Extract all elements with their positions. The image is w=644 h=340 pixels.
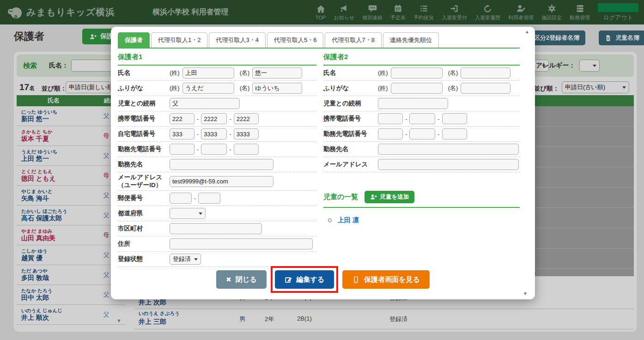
smartphone-icon	[352, 276, 360, 284]
tab-proxy-7-8[interactable]: 代理引取人7・8	[325, 32, 381, 48]
g2-workname-input[interactable]	[378, 144, 519, 155]
edit-button[interactable]: 編集する	[275, 270, 334, 289]
modal-footer: ✖ 閉じる 編集する 保護者画面を見る	[111, 266, 535, 293]
highlight-annotation: 編集する	[271, 266, 339, 293]
g2-mobile1-input[interactable]	[378, 113, 403, 124]
form-row-name: 氏名 (姓) (名)	[323, 66, 520, 81]
form-row-address: 住所	[118, 237, 316, 252]
guardian1-heading: 保護者1	[118, 53, 316, 66]
g2-workphone3-input[interactable]	[442, 128, 467, 140]
g2-name-mei-input[interactable]	[461, 67, 510, 79]
g1-home3-input[interactable]	[234, 128, 259, 140]
tab-contact-priority[interactable]: 連絡先優先順位	[383, 32, 439, 48]
user-plus-icon	[370, 194, 377, 200]
g1-workphone2-input[interactable]	[201, 144, 227, 155]
add-child-button[interactable]: 児童を追加	[365, 191, 414, 203]
g1-city-input[interactable]	[170, 223, 262, 234]
bullet-circle-icon	[328, 219, 332, 222]
close-x-icon: ✖	[226, 276, 231, 283]
g2-kana-mei-input[interactable]	[461, 83, 510, 94]
g1-home1-input[interactable]	[170, 128, 194, 140]
children-list-header: 児童の一覧 児童を追加	[323, 191, 520, 208]
g2-relation-input[interactable]	[378, 98, 448, 109]
g1-mobile3-input[interactable]	[234, 113, 259, 124]
tab-guardian[interactable]: 保護者	[118, 32, 150, 48]
tab-proxy-5-6[interactable]: 代理引取人5・6	[267, 32, 323, 48]
form-row-mobile-phone: 携帯電話番号 - -	[323, 111, 520, 127]
g1-workphone3-input[interactable]	[234, 144, 259, 155]
form-row-work-name: 勤務先名	[323, 142, 520, 157]
guardian-detail-modal: ▲ ▼ 保護者 代理引取人1・2 代理引取人3・4 代理引取人5・6 代理引取人…	[111, 27, 535, 299]
g1-kana-mei-input[interactable]	[252, 83, 302, 94]
form-row-kana: ふりがな (姓) (名)	[323, 81, 520, 96]
form-row-email: メールアドレス（ユーザーID）	[118, 172, 316, 191]
g1-prefecture-select[interactable]	[170, 208, 206, 219]
form-row-registration-status: 登録状態 登録済	[118, 252, 316, 267]
tab-proxy-3-4[interactable]: 代理引取人3・4	[209, 32, 265, 48]
guardian2-section: 保護者2 氏名 (姓) (名) ふりがな (姓) (名) 児童との続柄 携帯電話…	[323, 53, 520, 225]
guardian1-section: 保護者1 氏名 (姓) (名) ふりがな (姓) (名) 児童との続柄 携帯電話…	[118, 53, 316, 267]
form-row-email: メールアドレス	[323, 157, 520, 172]
g1-email-input[interactable]	[170, 176, 273, 187]
g2-email-input[interactable]	[378, 159, 519, 170]
form-row-relation: 児童との続柄	[323, 96, 520, 111]
form-row-name: 氏名 (姓) (名)	[118, 66, 316, 81]
form-row-kana: ふりがな (姓) (名)	[118, 81, 316, 96]
g1-workname-input[interactable]	[170, 159, 273, 170]
g1-mobile1-input[interactable]	[170, 113, 194, 124]
g2-kana-sei-input[interactable]	[391, 83, 443, 94]
g2-mobile2-input[interactable]	[409, 113, 435, 124]
g2-name-sei-input[interactable]	[391, 67, 443, 79]
form-row-mobile-phone: 携帯電話番号 - -	[118, 111, 316, 127]
form-row-work-name: 勤務先名	[118, 157, 316, 172]
g1-address-input[interactable]	[170, 238, 313, 249]
g2-workphone2-input[interactable]	[409, 128, 435, 140]
g1-name-mei-input[interactable]	[252, 67, 302, 79]
form-row-city: 市区町村	[118, 221, 316, 237]
form-row-zip: 郵便番号 -	[118, 191, 316, 206]
form-row-work-phone: 勤務先電話番号 - -	[118, 142, 316, 157]
close-button[interactable]: ✖ 閉じる	[216, 270, 266, 289]
form-row-work-phone: 勤務先電話番号 - -	[323, 127, 520, 142]
g1-relation-input[interactable]	[170, 98, 240, 109]
edit-pencil-icon	[285, 276, 292, 284]
g1-workphone1-input[interactable]	[170, 144, 194, 155]
g1-zip2-input[interactable]	[198, 193, 220, 204]
g1-status-select[interactable]: 登録済	[170, 254, 201, 265]
g1-kana-sei-input[interactable]	[182, 83, 234, 94]
g1-name-sei-input[interactable]	[182, 67, 234, 79]
modal-tab-bar: 保護者 代理引取人1・2 代理引取人3・4 代理引取人5・6 代理引取人7・8 …	[118, 32, 520, 49]
guardian2-heading: 保護者2	[323, 53, 520, 66]
child-list-item: 上田 凛	[323, 216, 520, 225]
modal-scroll-up-icon[interactable]: ▲	[525, 29, 529, 34]
g1-zip1-input[interactable]	[170, 193, 192, 204]
form-row-home-phone: 自宅電話番号 - -	[118, 127, 316, 142]
g2-mobile3-input[interactable]	[442, 113, 467, 124]
g1-home2-input[interactable]	[201, 128, 227, 140]
g2-workphone1-input[interactable]	[378, 128, 403, 140]
tab-proxy-1-2[interactable]: 代理引取人1・2	[151, 32, 207, 48]
child-name-link[interactable]: 上田 凛	[338, 216, 359, 225]
form-row-prefecture: 都道府県	[118, 206, 316, 221]
form-row-relation: 児童との続柄	[118, 96, 316, 111]
g1-mobile2-input[interactable]	[201, 113, 227, 124]
children-list-heading: 児童の一覧	[323, 193, 358, 201]
view-guardian-screen-button[interactable]: 保護者画面を見る	[342, 270, 430, 289]
